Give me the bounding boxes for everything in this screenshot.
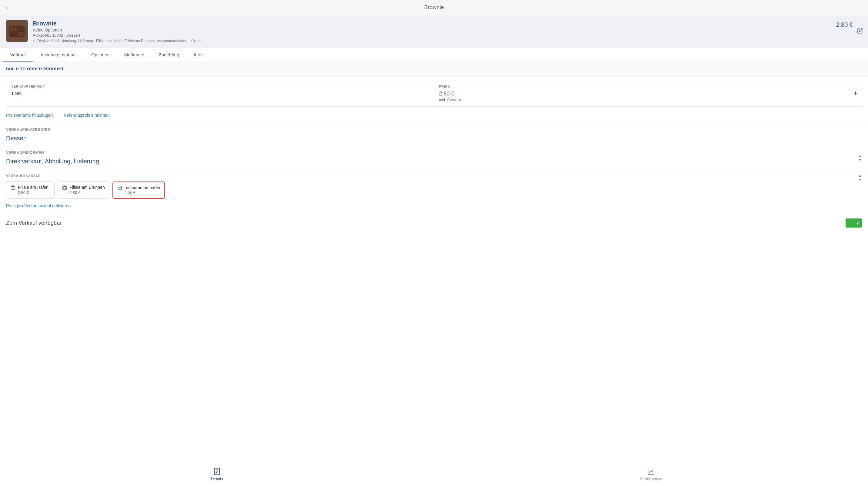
preisvariante-link[interactable]: Preisvariante hinzufügen bbox=[6, 113, 53, 118]
channel-icon-1 bbox=[10, 185, 16, 191]
chevron-down-icon-2: ▼ bbox=[858, 178, 862, 182]
svg-rect-9 bbox=[11, 187, 15, 189]
preis-value: 2,80 € bbox=[439, 91, 857, 97]
tab-ausgangsmaterial[interactable]: Ausgangsmaterial bbox=[33, 48, 84, 62]
verkaufsformen-label: VERKAUFSFORMEN bbox=[6, 151, 99, 156]
details-icon bbox=[213, 467, 221, 476]
product-price-header: 2,80 € bbox=[836, 21, 853, 28]
chevron-up-icon: ▲ bbox=[858, 154, 862, 158]
channel-icon-2 bbox=[62, 185, 67, 191]
svg-point-6 bbox=[20, 29, 21, 30]
back-button[interactable]: ‹ bbox=[6, 4, 8, 11]
edit-button[interactable] bbox=[857, 28, 863, 35]
tab-verkauf[interactable]: Verkauf bbox=[3, 48, 33, 62]
tab-merkmale[interactable]: Merkmale bbox=[117, 48, 152, 62]
channel-card-filiale-hafen[interactable]: Filiale am Hafen 2,80 € bbox=[6, 182, 55, 199]
chevron-up-icon-2: ▲ bbox=[858, 173, 862, 177]
toggle-checkmark: ✓ bbox=[856, 220, 860, 226]
channel-name-3: restaurantamhafen bbox=[125, 185, 160, 190]
chevron-down-icon: ▼ bbox=[858, 158, 862, 162]
tab-zugehoerig[interactable]: Zugehörig bbox=[152, 48, 187, 62]
svg-point-7 bbox=[13, 34, 14, 35]
preis-sub: inkl. Steuern bbox=[439, 98, 857, 102]
verkaufsformen-chevrons[interactable]: ▲ ▼ bbox=[858, 154, 862, 162]
build-to-order-header: BUILD TO ORDER PRODUKT bbox=[0, 62, 868, 76]
verkaufseinheit-label: VERKAUFSEINHEIT bbox=[11, 85, 429, 88]
page-title: Brownie bbox=[424, 4, 444, 10]
bottom-navigation: Details Performance bbox=[0, 462, 868, 486]
product-article-info: Artikel-Nr.: 10042 · Dessert bbox=[33, 33, 862, 38]
channel-icon-3 bbox=[117, 186, 122, 191]
verkaufskanaele-label: VERKAUFSKANÄLE bbox=[6, 174, 40, 177]
channel-cards-container: Filiale am Hafen 2,80 € Filiale am Brunn… bbox=[6, 182, 862, 199]
zum-verkauf-section: Zum Verkauf verfügbar ✓ bbox=[0, 213, 868, 233]
verkaufskanaele-section: VERKAUFSKANÄLE ▲ ▼ Filiale am Hafen 2,80… bbox=[0, 169, 868, 213]
tab-bar: Verkauf Ausgangsmaterial Optionen Merkma… bbox=[0, 48, 868, 62]
channel-card-restaurantamhafen[interactable]: restaurantamhafen 3,20 € bbox=[113, 182, 165, 199]
nav-details-label: Details bbox=[211, 477, 223, 481]
main-content: BUILD TO ORDER PRODUKT VERKAUFSEINHEIT 1… bbox=[0, 62, 868, 463]
verkaufsformen-section: VERKAUFSFORMEN Direktverkauf, Abholung, … bbox=[0, 146, 868, 169]
channel-name-2: Filiale am Brunnen bbox=[69, 185, 105, 190]
preis-section: PREIS 2,80 € inkl. Steuern + bbox=[434, 80, 862, 106]
product-info: Brownie Keine Optionen Artikel-Nr.: 1004… bbox=[33, 20, 862, 43]
nav-details[interactable]: Details bbox=[0, 462, 434, 486]
delivery-icon: ⊙ bbox=[33, 39, 35, 43]
svg-rect-11 bbox=[118, 186, 122, 190]
channel-price-2: 2,80 € bbox=[69, 190, 105, 195]
product-name: Brownie bbox=[33, 20, 862, 27]
tab-infos[interactable]: Infos bbox=[186, 48, 211, 62]
zum-verkauf-label: Zum Verkauf verfügbar bbox=[6, 220, 62, 226]
svg-rect-12 bbox=[214, 468, 219, 475]
verkaufskategorie-label: VERKAUFSKATEGORIE bbox=[6, 128, 862, 133]
svg-point-8 bbox=[20, 34, 21, 35]
tab-optionen[interactable]: Optionen bbox=[84, 48, 117, 62]
channel-name-1: Filiale am Hafen bbox=[18, 185, 49, 190]
verkaufskategorie-section: VERKAUFSKATEGORIE Dessert bbox=[0, 123, 868, 146]
product-subtitle: Keine Optionen bbox=[33, 28, 862, 32]
verkaufskanaele-chevrons[interactable]: ▲ ▼ bbox=[858, 173, 862, 182]
add-price-button[interactable]: + bbox=[854, 89, 858, 97]
price-links-row: Preisvariante hinzufügen · Referenzpreis… bbox=[0, 111, 868, 123]
referenzpreis-link[interactable]: Referenzpreis einrichten bbox=[64, 113, 110, 118]
verkaufseinheit-value: 1 Stk bbox=[11, 91, 429, 96]
channel-card-filiale-brunnen[interactable]: Filiale am Brunnen 2,80 € bbox=[58, 182, 110, 199]
nav-performance-label: Performance bbox=[640, 477, 662, 481]
svg-point-5 bbox=[13, 29, 14, 30]
channel-price-link[interactable]: Preis pro Verkaufskanal definieren bbox=[6, 203, 71, 208]
verkaufseinheit-section: VERKAUFSEINHEIT 1 Stk bbox=[6, 80, 434, 106]
channel-price-3: 3,20 € bbox=[125, 191, 160, 195]
product-header: Brownie Keine Optionen Artikel-Nr.: 1004… bbox=[0, 15, 868, 48]
zum-verkauf-toggle[interactable]: ✓ bbox=[845, 219, 862, 228]
product-tags: ⊙ Direktverkauf, Abholung, Lieferung · F… bbox=[33, 39, 862, 43]
price-card: VERKAUFSEINHEIT 1 Stk PREIS 2,80 € inkl.… bbox=[6, 80, 862, 107]
product-image bbox=[6, 20, 28, 42]
product-thumbnail bbox=[8, 22, 26, 40]
verkaufsformen-value: Direktverkauf, Abholung, Lieferung bbox=[6, 158, 99, 165]
toggle-background[interactable]: ✓ bbox=[845, 219, 862, 228]
product-tags-text: Direktverkauf, Abholung, Lieferung · Fil… bbox=[37, 39, 200, 43]
verkaufskategorie-value: Dessert bbox=[6, 135, 862, 142]
channel-price-1: 2,80 € bbox=[18, 190, 49, 195]
top-bar: ‹ Brownie bbox=[0, 0, 868, 15]
svg-rect-10 bbox=[62, 187, 66, 189]
nav-performance[interactable]: Performance bbox=[434, 462, 868, 486]
preis-label: PREIS bbox=[439, 85, 857, 88]
performance-icon bbox=[647, 467, 655, 476]
